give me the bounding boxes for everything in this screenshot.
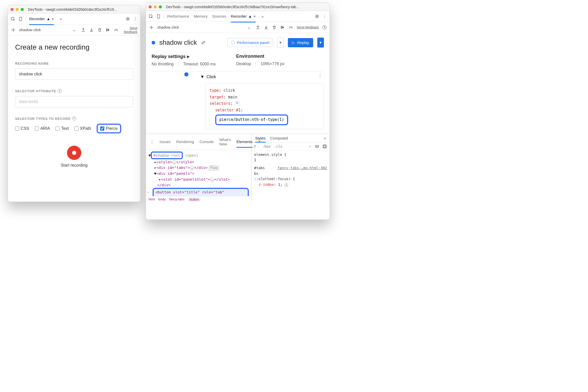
dom-style-close: </style> xyxy=(176,160,194,164)
layout-icon[interactable] xyxy=(322,144,327,149)
close-dot[interactable] xyxy=(10,8,14,11)
ellipsis-icon[interactable]: … xyxy=(210,177,214,182)
delete-icon[interactable] xyxy=(97,28,102,32)
ellipsis-icon[interactable]: ⋯ xyxy=(147,189,149,195)
crumb-html[interactable]: html xyxy=(149,197,155,202)
window-title: DevTools - rawgit.com/ebidel/2d2bb0cdec3… xyxy=(166,5,327,9)
filter-input[interactable]: F xyxy=(254,144,259,148)
chk-css[interactable]: CSS xyxy=(15,126,29,131)
tab-styles[interactable]: Styles xyxy=(255,136,266,140)
inspect-icon[interactable] xyxy=(10,17,15,21)
send-feedback-link[interactable]: Send feedback xyxy=(122,26,137,34)
tab-memory[interactable]: Memory xyxy=(194,13,208,20)
tab-elements[interactable]: Elements xyxy=(236,138,253,145)
import-icon[interactable] xyxy=(89,28,94,32)
more-tabs-icon[interactable]: » xyxy=(59,17,63,21)
import-icon[interactable] xyxy=(264,25,268,30)
help-icon[interactable]: ? xyxy=(322,25,326,29)
kebab-icon[interactable]: ⋮ xyxy=(133,17,138,21)
recorder-subbar: shadow click ⌄ Send feedback xyxy=(8,24,140,36)
tab-recorder[interactable]: Recorder ▲ × xyxy=(29,15,54,22)
performance-panel-button[interactable]: Performance panel xyxy=(227,38,273,47)
flexbox-editor-icon[interactable] xyxy=(315,144,319,149)
chk-aria[interactable]: ARIA xyxy=(35,126,50,131)
help-icon[interactable]: ? xyxy=(72,117,76,121)
selector-types-row: CSS ARIA Text XPath Pierce xyxy=(15,124,133,133)
replay-button[interactable]: ▷ Replay xyxy=(288,38,313,47)
plus-icon[interactable] xyxy=(11,28,16,32)
flex-badge[interactable]: flex xyxy=(209,165,219,171)
inspect-selector-icon[interactable] xyxy=(235,101,240,106)
gear-icon[interactable] xyxy=(126,17,130,21)
ellipsis-icon[interactable]: … xyxy=(190,166,194,170)
inspect-icon[interactable] xyxy=(149,14,153,19)
tab-whatsnew[interactable]: What's New xyxy=(219,136,231,148)
tab-issues[interactable]: Issues xyxy=(160,138,171,145)
crumb-body[interactable]: body xyxy=(159,197,166,202)
crumb-button[interactable]: button xyxy=(188,197,200,202)
step-play-icon[interactable] xyxy=(280,25,285,30)
ellipsis-icon[interactable]: … xyxy=(172,160,176,165)
close-dot[interactable] xyxy=(149,5,152,8)
export-icon[interactable] xyxy=(256,25,260,30)
step-header[interactable]: ▼ Click xyxy=(200,74,324,79)
tab-sources[interactable]: Sources xyxy=(212,13,226,20)
main-toolbar: Recorder ▲ × » ⋮ xyxy=(8,14,140,24)
tab-rendering[interactable]: Rendering xyxy=(176,138,194,145)
tab-recorder[interactable]: Recorder ▲ × xyxy=(231,13,256,20)
selector-attribute-input[interactable] xyxy=(15,96,133,107)
chk-pierce[interactable]: Pierce xyxy=(100,126,117,131)
cls-toggle[interactable]: .cls xyxy=(274,144,282,148)
kebab-icon[interactable]: ⋮ xyxy=(322,14,327,19)
minimize-dot[interactable] xyxy=(154,5,157,8)
css-file-link[interactable]: fancy-tabs-…mo.html:302 xyxy=(277,165,327,171)
chk-text[interactable]: Text xyxy=(55,126,69,131)
export-icon[interactable] xyxy=(81,28,86,32)
zoom-dot[interactable] xyxy=(21,8,24,11)
chk-css-label: CSS xyxy=(21,126,29,131)
kv-sel1-key: selector #1 xyxy=(215,108,241,112)
help-icon[interactable]: ? xyxy=(58,89,62,93)
step-kebab[interactable]: ⋮ xyxy=(318,72,322,78)
selector-types-label-text: SELECTOR TYPES TO RECORD xyxy=(15,117,71,121)
device-icon[interactable] xyxy=(156,14,161,19)
close-tab-icon[interactable]: × xyxy=(254,14,256,18)
replay-settings-label: Replay settings xyxy=(152,54,186,59)
info-icon[interactable]: i xyxy=(285,183,288,187)
recording-name-input[interactable] xyxy=(15,68,133,80)
minimize-dot[interactable] xyxy=(16,8,19,11)
tab-performance[interactable]: Performance xyxy=(167,13,189,20)
tab-console[interactable]: Console xyxy=(200,138,214,145)
step-play-icon[interactable] xyxy=(106,28,110,32)
chk-xpath[interactable]: XPath xyxy=(74,126,91,131)
environment: Environment Desktop 1095×778 px xyxy=(236,54,285,66)
send-feedback-link[interactable]: Send feedback xyxy=(297,25,319,29)
zoom-dot[interactable] xyxy=(159,5,162,8)
speed-icon[interactable] xyxy=(288,25,293,30)
tab-recorder-label: Recorder xyxy=(29,17,45,21)
replay-settings-heading[interactable]: Replay settings ▸ xyxy=(152,54,216,59)
more-tabs-icon[interactable]: » xyxy=(324,136,326,140)
edit-icon[interactable] xyxy=(201,40,206,45)
gear-icon[interactable] xyxy=(315,14,319,19)
plus-icon[interactable] xyxy=(149,25,154,30)
delete-icon[interactable] xyxy=(272,25,277,30)
device-icon[interactable] xyxy=(18,17,23,21)
start-recording-button[interactable] xyxy=(67,146,81,160)
drawer-kebab[interactable]: ⋮ xyxy=(150,140,154,144)
speed-icon[interactable] xyxy=(114,28,118,32)
more-tabs-icon[interactable]: » xyxy=(260,14,265,19)
devtools-window-right: DevTools - rawgit.com/ebidel/2d2bb0cdec3… xyxy=(146,3,330,220)
chk-pierce-label: Pierce xyxy=(106,126,117,131)
replay-menu[interactable]: ▾ xyxy=(317,38,324,48)
recording-select[interactable]: shadow click ⌄ xyxy=(157,25,252,30)
crumb-fancy-tabs[interactable]: fancy-tabs xyxy=(169,197,185,202)
hov-toggle[interactable]: :hov xyxy=(262,144,271,148)
dom-tree[interactable]: ▼#shadow-root (open) ▸<style>…</style> ▸… xyxy=(146,150,251,196)
new-style-icon[interactable]: ＋ xyxy=(308,144,312,149)
css-pane[interactable]: element.style { } #tabsfancy-tabs-…mo.ht… xyxy=(252,151,330,203)
tab-computed[interactable]: Computed xyxy=(270,136,288,140)
close-tab-icon[interactable]: × xyxy=(52,17,54,21)
perf-panel-menu[interactable]: ▾ xyxy=(277,38,284,48)
recording-select[interactable]: shadow click ⌄ xyxy=(19,28,77,32)
